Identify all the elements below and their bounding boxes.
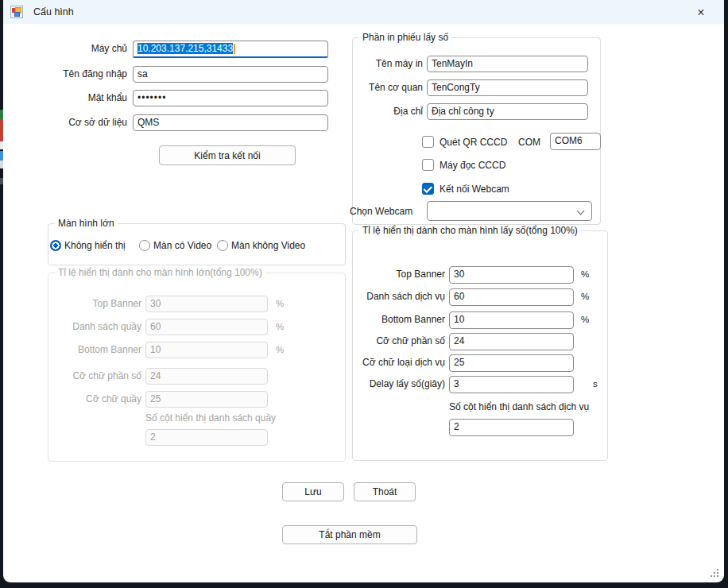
webcam-select-dropdown[interactable]	[427, 201, 592, 221]
window-title: Cấu hình	[33, 6, 74, 17]
desktop-background: Cấu hình × Máy chủ 10.203.137.215,31433 …	[0, 0, 728, 588]
title-bar[interactable]	[3, 0, 724, 24]
server-label: Máy chủ	[44, 41, 127, 57]
bs-counter-list-label: Danh sách quầy	[50, 319, 141, 335]
close-icon[interactable]: ×	[687, 3, 715, 22]
radio-screen-with-video[interactable]	[139, 240, 150, 251]
bs-top-banner-input: 30	[145, 296, 268, 312]
ts-top-banner-input[interactable]: 30	[449, 266, 574, 284]
bs-number-font-input: 24	[145, 368, 268, 385]
ts-bottom-banner-input[interactable]: 10	[449, 311, 574, 329]
bs-counter-font-input: 25	[145, 391, 268, 408]
database-label: Cơ sở dữ liệu	[44, 114, 127, 131]
bs-top-banner-label: Top Banner	[50, 296, 141, 312]
bs-bottom-banner-label: Bottom Banner	[50, 342, 141, 358]
big-screen-ratio-group-title: Tỉ lệ hiển thị dành cho màn hình lớn(tổn…	[55, 267, 265, 278]
bs-top-banner-unit: %	[276, 296, 284, 312]
resize-grip[interactable]	[710, 569, 719, 578]
ts-top-banner-label: Top Banner	[354, 266, 445, 283]
ts-bottom-banner-label: Bottom Banner	[354, 311, 445, 328]
test-connection-button[interactable]: Kiểm tra kết nối	[159, 145, 296, 165]
bs-columns-input: 2	[145, 429, 268, 446]
text-caret	[234, 44, 235, 54]
ts-service-list-input[interactable]: 60	[449, 288, 574, 306]
username-label: Tên đăng nhập	[44, 66, 127, 83]
bs-columns-label: Số cột hiển thị danh sách quầy	[145, 410, 304, 427]
qr-cccd-checkbox[interactable]	[422, 136, 434, 148]
save-button[interactable]: Lưu	[282, 482, 344, 501]
webcam-select-label: Chọn Webcam	[350, 203, 425, 220]
printer-label: Tên máy in	[354, 56, 423, 72]
company-input[interactable]: TenCongTy	[427, 79, 588, 96]
printer-input[interactable]: TenMayIn	[427, 56, 588, 72]
webcam-checkbox[interactable]	[422, 183, 434, 195]
chevron-down-icon	[577, 207, 585, 215]
bs-counter-list-input: 60	[145, 319, 268, 335]
database-input[interactable]: QMS	[133, 114, 328, 131]
bs-counter-list-unit: %	[276, 319, 284, 335]
password-input[interactable]: •••••••	[133, 90, 328, 106]
qr-cccd-checkbox-label: Quét QR CCCD	[440, 136, 507, 149]
ts-number-font-input[interactable]: 24	[449, 333, 574, 350]
ts-columns-input[interactable]: 2	[449, 419, 574, 436]
server-input[interactable]: 10.203.137.215,31433	[133, 41, 328, 58]
exit-button[interactable]: Thoát	[354, 482, 416, 501]
radio-screen-without-video-label: Màn không Video	[231, 239, 305, 252]
cccd-reader-checkbox-label: Máy đọc CCCD	[440, 159, 505, 172]
ts-bottom-banner-unit: %	[581, 311, 589, 328]
server-value-selected-text: 10.203.137.215,31433	[137, 43, 233, 54]
address-label: Địa chỉ	[354, 103, 423, 120]
ts-number-font-label: Cỡ chữ phần số	[354, 333, 445, 350]
shutdown-button[interactable]: Tắt phần mềm	[282, 525, 417, 544]
com-label: COM	[518, 136, 540, 149]
address-input[interactable]: Địa chỉ công ty	[427, 103, 588, 120]
ticket-screen-ratio-group-title: Tỉ lệ hiển thị dành cho màn hình lấy số(…	[359, 225, 581, 236]
username-input[interactable]: sa	[133, 66, 328, 83]
bs-counter-font-label: Cỡ chữ quầy	[50, 391, 141, 408]
ts-delay-input[interactable]: 3	[449, 376, 574, 393]
webcam-checkbox-label: Kết nối Webcam	[440, 183, 509, 195]
com-port-input[interactable]: COM6	[550, 133, 601, 150]
password-label: Mật khẩu	[44, 90, 127, 106]
ts-delay-unit: s	[593, 376, 598, 393]
ts-service-font-input[interactable]: 25	[449, 354, 574, 372]
big-screen-group-title: Màn hình lớn	[55, 218, 118, 229]
app-icon	[10, 6, 23, 18]
bs-bottom-banner-unit: %	[276, 342, 284, 358]
ts-service-list-label: Danh sách dịch vụ	[354, 288, 445, 305]
app-icon-blue-square	[14, 12, 20, 17]
ts-top-banner-unit: %	[581, 266, 589, 283]
radio-no-display[interactable]	[50, 240, 61, 251]
bs-bottom-banner-input: 10	[145, 342, 268, 358]
radio-no-display-label: Không hiển thị	[64, 239, 126, 252]
ts-service-font-label: Cỡ chữ loại dịch vụ	[354, 354, 445, 371]
ts-delay-label: Delay lấy số(giây)	[354, 376, 445, 393]
bs-number-font-label: Cỡ chữ phần số	[50, 368, 141, 385]
ts-service-list-unit: %	[581, 288, 589, 305]
company-label: Tên cơ quan	[354, 79, 423, 96]
cccd-reader-checkbox[interactable]	[422, 159, 434, 171]
radio-screen-without-video[interactable]	[217, 240, 228, 251]
radio-screen-with-video-label: Màn có Video	[153, 239, 211, 252]
ts-columns-label: Số cột hiển thị danh sách dịch vụ	[449, 399, 608, 416]
print-group-title: Phần in phiếu lấy số	[359, 32, 451, 43]
